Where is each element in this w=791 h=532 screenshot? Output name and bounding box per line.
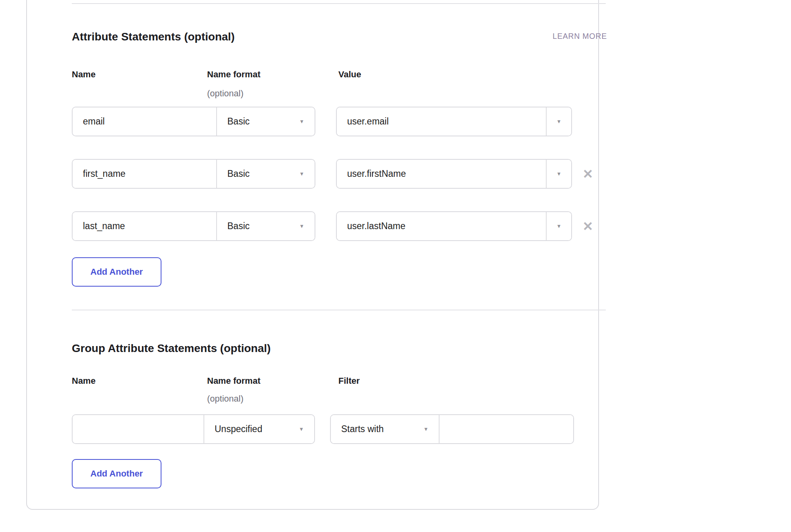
group-attribute-statements-title: Group Attribute Statements (optional) (72, 342, 271, 355)
chevron-down-icon: ▼ (557, 171, 562, 176)
attribute-row: last_name Basic ▼ user.lastName ▼ ✕ (27, 211, 598, 241)
saml-settings-page: Attribute Statements (optional) LEARN MO… (0, 0, 791, 532)
column-header-name: Name (72, 375, 96, 387)
close-icon: ✕ (583, 168, 593, 180)
add-another-attribute-button[interactable]: Add Another (72, 257, 161, 287)
name-format-select-value: Basic (227, 168, 250, 179)
group-attribute-row: Unspecified ▼ Starts with ▼ (27, 414, 598, 444)
settings-card: Attribute Statements (optional) LEARN MO… (26, 0, 599, 510)
value-combobox: user.email ▼ (336, 107, 572, 136)
name-format-group: last_name Basic ▼ (72, 211, 315, 241)
chevron-down-icon: ▼ (423, 427, 428, 432)
value-dropdown-toggle[interactable]: ▼ (546, 160, 571, 188)
filter-type-select[interactable]: Starts with ▼ (331, 415, 440, 443)
column-header-name-format: Name format (207, 69, 260, 80)
column-note-optional: (optional) (207, 88, 244, 99)
name-format-group: email Basic ▼ (72, 107, 315, 136)
close-icon: ✕ (583, 220, 593, 233)
group-name-format-select-value: Unspecified (215, 424, 262, 434)
attribute-name-input[interactable]: first_name (73, 160, 216, 188)
name-format-select-value: Basic (227, 221, 250, 232)
name-format-select[interactable]: Basic ▼ (216, 160, 315, 188)
name-format-select[interactable]: Basic ▼ (216, 212, 315, 240)
column-note-optional: (optional) (207, 393, 244, 404)
column-header-filter: Filter (338, 375, 360, 387)
section-divider-top (72, 3, 606, 4)
chevron-down-icon: ▼ (299, 224, 304, 229)
name-format-group: first_name Basic ▼ (72, 159, 315, 189)
chevron-down-icon: ▼ (299, 427, 304, 432)
attribute-value-input[interactable]: user.lastName (337, 212, 546, 240)
attribute-name-input[interactable]: email (73, 107, 216, 136)
remove-row-button[interactable]: ✕ (579, 218, 597, 235)
chevron-down-icon: ▼ (299, 171, 304, 176)
column-header-value: Value (338, 69, 361, 80)
attribute-name-input[interactable]: last_name (73, 212, 216, 240)
attribute-value-input[interactable]: user.firstName (337, 160, 546, 188)
attribute-value-input[interactable]: user.email (337, 107, 546, 136)
value-combobox: user.lastName ▼ (336, 211, 572, 241)
attribute-row: email Basic ▼ user.email ▼ (27, 107, 598, 136)
chevron-down-icon: ▼ (557, 224, 562, 229)
value-dropdown-toggle[interactable]: ▼ (546, 212, 571, 240)
column-header-name: Name (72, 69, 96, 80)
chevron-down-icon: ▼ (299, 119, 304, 124)
group-name-format-select[interactable]: Unspecified ▼ (204, 415, 314, 443)
add-another-group-attribute-button[interactable]: Add Another (72, 459, 161, 488)
attribute-statements-title: Attribute Statements (optional) (72, 30, 235, 44)
chevron-down-icon: ▼ (557, 119, 562, 124)
value-dropdown-toggle[interactable]: ▼ (546, 107, 571, 136)
attribute-row: first_name Basic ▼ user.firstName ▼ ✕ (27, 159, 598, 189)
group-filter-group: Starts with ▼ (330, 414, 574, 444)
value-combobox: user.firstName ▼ (336, 159, 572, 189)
remove-row-button[interactable]: ✕ (579, 165, 597, 183)
name-format-select[interactable]: Basic ▼ (216, 107, 315, 136)
group-name-input[interactable] (73, 415, 204, 443)
name-format-select-value: Basic (227, 116, 250, 127)
filter-type-select-value: Starts with (341, 424, 384, 434)
filter-value-input[interactable] (440, 415, 573, 443)
section-divider (72, 310, 606, 310)
group-name-format-group: Unspecified ▼ (72, 414, 315, 444)
learn-more-link[interactable]: LEARN MORE (541, 32, 607, 41)
column-header-name-format: Name format (207, 375, 260, 387)
